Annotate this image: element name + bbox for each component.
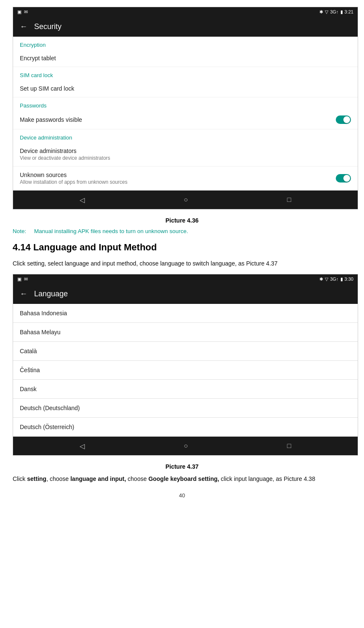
list-item[interactable]: Deutsch (Deutschland) — [13, 399, 358, 418]
wifi-icon-1: ▽ — [325, 9, 328, 15]
device-admin-title: Device administrators — [20, 148, 110, 154]
sim-lock-item[interactable]: Set up SIM card lock — [13, 80, 358, 97]
sim-lock-title: Set up SIM card lock — [20, 85, 74, 92]
bottom-text-bold1: setting — [27, 475, 46, 482]
status-icons-left-1: ▣ ✉ — [17, 9, 28, 15]
nav-header-2: ← Language — [13, 284, 358, 304]
passwords-item[interactable]: Make passwords visible — [13, 110, 358, 129]
section-sim-lock: SIM card lock — [13, 67, 358, 80]
signal-icon-1: 3G↑ — [330, 9, 338, 14]
status-bar-1: ▣ ✉ ✱ ▽ 3G↑ ▮ 3:21 — [13, 7, 358, 16]
mail-icon-1: ✉ — [24, 9, 28, 15]
unknown-sources-toggle[interactable] — [336, 174, 351, 182]
back-button-2[interactable]: ← — [20, 290, 27, 298]
encrypt-tablet-text: Encrypt tablet — [20, 55, 56, 62]
encrypt-tablet-title: Encrypt tablet — [20, 55, 56, 62]
list-item[interactable]: Deutsch (Österreich) — [13, 418, 358, 437]
bottom-text-part1: Click — [13, 475, 27, 482]
note-label: Note: — [13, 228, 26, 234]
section-device-admin: Device administration — [13, 129, 358, 142]
language-list: Bahasa Indonesia Bahasa Melayu Català Če… — [13, 304, 358, 437]
page-number: 40 — [0, 488, 364, 505]
sim-lock-text: Set up SIM card lock — [20, 85, 74, 92]
recent-nav-btn-2[interactable]: □ — [287, 442, 292, 450]
sim-icon-2: ▣ — [17, 276, 21, 282]
section-414-body: Click setting, select language and input… — [13, 259, 351, 268]
device-admin-text: Device administrators View or deactivate… — [20, 148, 110, 161]
section-414-heading: 4.14 Language and Input Method — [13, 242, 351, 253]
bluetooth-icon-2: ✱ — [319, 276, 323, 282]
make-passwords-visible-title: Make passwords visible — [20, 116, 82, 123]
wifi-icon-2: ▽ — [325, 276, 328, 282]
nav-bar-1: ◁ ○ □ — [13, 191, 358, 209]
section-passwords: Passwords — [13, 97, 358, 110]
unknown-sources-title: Unknown sources — [20, 172, 127, 178]
mail-icon-2: ✉ — [24, 276, 28, 282]
time-1: 3:21 — [345, 9, 353, 14]
list-item[interactable]: Bahasa Indonesia — [13, 304, 358, 323]
bottom-text-part2: , choose — [46, 475, 70, 482]
unknown-sources-text: Unknown sources Allow installation of ap… — [20, 172, 127, 185]
security-screenshot: ▣ ✉ ✱ ▽ 3G↑ ▮ 3:21 ← Security Encryption… — [13, 7, 358, 209]
list-item[interactable]: Dansk — [13, 380, 358, 399]
note-text: Note: Manual installing APK files needs … — [13, 228, 351, 234]
status-icons-right-2: ✱ ▽ 3G↑ ▮ 3:30 — [319, 276, 353, 282]
note-content: Manual installing APK files needs to tur… — [34, 228, 188, 234]
nav-header-1: ← Security — [13, 16, 358, 37]
unknown-sources-item[interactable]: Unknown sources Allow installation of ap… — [13, 166, 358, 191]
encrypt-tablet-item[interactable]: Encrypt tablet — [13, 50, 358, 67]
bluetooth-icon-1: ✱ — [319, 9, 323, 15]
sim-icon-1: ▣ — [17, 9, 21, 15]
home-nav-btn-2[interactable]: ○ — [184, 442, 188, 450]
home-nav-btn-1[interactable]: ○ — [184, 196, 188, 204]
back-nav-btn-2[interactable]: ◁ — [80, 442, 85, 450]
time-2: 3:30 — [345, 276, 353, 282]
unknown-sources-subtitle: Allow installation of apps from unknown … — [20, 179, 127, 185]
list-item[interactable]: Català — [13, 342, 358, 361]
bottom-paragraph: Click setting, choose language and input… — [0, 474, 364, 483]
list-item[interactable]: Čeština — [13, 361, 358, 380]
passwords-text: Make passwords visible — [20, 116, 82, 123]
section-encryption: Encryption — [13, 37, 358, 50]
status-icons-left-2: ▣ ✉ — [17, 276, 28, 282]
battery-icon-1: ▮ — [340, 9, 343, 15]
status-bar-2: ▣ ✉ ✱ ▽ 3G↑ ▮ 3:30 — [13, 274, 358, 284]
caption-1: Picture 4.36 — [13, 217, 351, 224]
list-item[interactable]: Bahasa Melayu — [13, 323, 358, 342]
screen-title-1: Security — [34, 22, 62, 31]
bottom-text-part4: click input language, as Picture 4.38 — [219, 475, 315, 482]
bottom-text-bold2: language and input, — [70, 475, 126, 482]
recent-nav-btn-1[interactable]: □ — [287, 196, 292, 204]
back-button-1[interactable]: ← — [20, 22, 27, 31]
device-admin-item[interactable]: Device administrators View or deactivate… — [13, 142, 358, 166]
nav-bar-2: ◁ ○ □ — [13, 437, 358, 455]
screen-title-2: Language — [34, 290, 68, 298]
settings-content: Encryption Encrypt tablet SIM card lock … — [13, 37, 358, 191]
language-screenshot: ▣ ✉ ✱ ▽ 3G↑ ▮ 3:30 ← Language Bahasa Ind… — [13, 274, 358, 456]
caption-2: Picture 4.37 — [13, 463, 351, 470]
device-admin-subtitle: View or deactivate device administrators — [20, 155, 110, 161]
signal-icon-2: 3G↑ — [330, 276, 338, 282]
bottom-text-bold3: Google keyboard setting, — [148, 475, 219, 482]
back-nav-btn-1[interactable]: ◁ — [80, 196, 85, 204]
status-icons-right-1: ✱ ▽ 3G↑ ▮ 3:21 — [319, 9, 353, 15]
passwords-toggle[interactable] — [336, 115, 351, 124]
battery-icon-2: ▮ — [340, 276, 343, 282]
bottom-text-part3: choose — [126, 475, 148, 482]
